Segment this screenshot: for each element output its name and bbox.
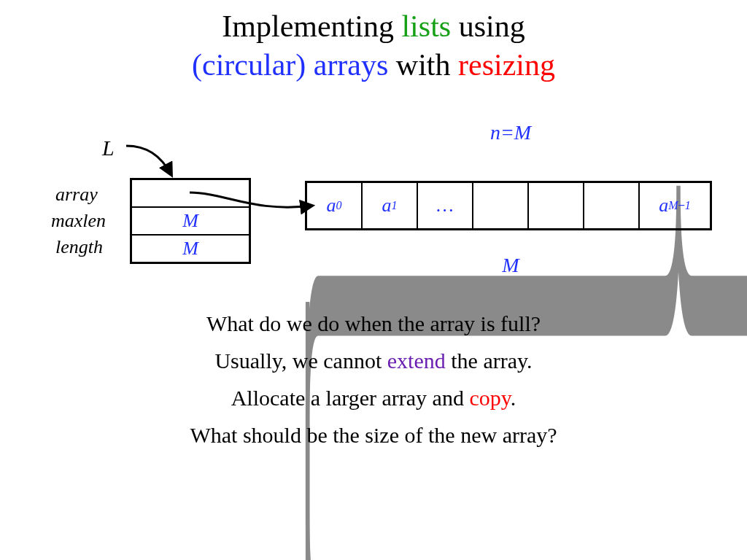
label-M-bottom: M: [438, 254, 584, 277]
cell-aM1-one: 1: [685, 199, 691, 211]
label-n-equals-M: n=M: [438, 121, 584, 144]
cell-empty-3: [584, 183, 640, 228]
label-maxlen: maxlen: [51, 210, 106, 232]
label-length: length: [55, 236, 103, 258]
cell-a0-sym: a: [327, 195, 336, 217]
title-line1a: Implementing: [222, 9, 401, 43]
title-line1b: using: [451, 9, 525, 43]
body-l3-copy: copy: [469, 386, 510, 410]
cell-aM1-sym: a: [659, 195, 668, 217]
cell-aM-1: aM−1: [640, 183, 710, 228]
body-l2a: Usually, we cannot: [214, 349, 387, 373]
cell-a1-sub: 1: [392, 199, 398, 212]
cell-aM1-sub: M−1: [668, 199, 691, 212]
title-word-resizing: resizing: [458, 48, 555, 82]
title-word-circular: (circular) arrays: [192, 48, 388, 82]
arrow-L-to-struct: [120, 140, 186, 184]
cell-a1-sym: a: [382, 195, 392, 217]
label-array: array: [55, 184, 98, 206]
cell-empty-2: [529, 183, 584, 228]
body-line1: What do we do when the array is full?: [0, 305, 747, 342]
struct-row-length: M: [132, 236, 249, 262]
cell-empty-1: [473, 183, 529, 228]
cell-aM1-M: M: [668, 199, 678, 211]
cell-a0-sub: 0: [336, 199, 342, 212]
slide-title: Implementing lists using (circular) arra…: [0, 7, 747, 84]
cell-a1: a1: [363, 183, 418, 228]
body-line3: Allocate a larger array and copy.: [0, 379, 747, 416]
body-l2c: the array.: [446, 349, 533, 373]
cell-dots: …: [418, 183, 473, 228]
title-word-lists: lists: [401, 9, 451, 43]
body-line4: What should be the size of the new array…: [0, 416, 747, 454]
label-L: L: [102, 136, 115, 160]
body-line2: Usually, we cannot extend the array.: [0, 342, 747, 379]
cell-aM1-minus: −: [678, 199, 684, 211]
arrow-array-pointer: [188, 184, 317, 228]
array-cells: a0 a1 … aM−1: [305, 181, 712, 230]
cell-a0: a0: [307, 183, 363, 228]
body-l3a: Allocate a larger array and: [231, 386, 470, 410]
body-l3c: .: [511, 386, 516, 410]
title-line2-mid: with: [388, 48, 458, 82]
body-text: What do we do when the array is full? Us…: [0, 305, 747, 454]
body-l2-extend: extend: [387, 349, 446, 373]
